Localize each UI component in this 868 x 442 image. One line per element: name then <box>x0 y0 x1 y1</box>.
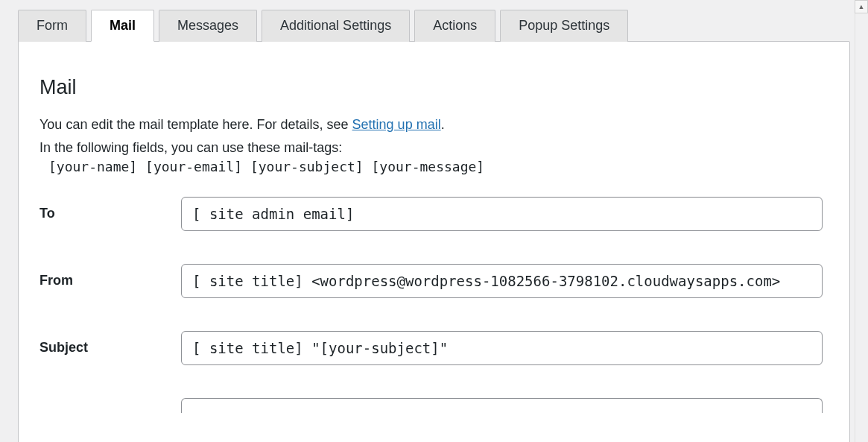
input-next-partial[interactable] <box>181 398 823 413</box>
scrollbar-track[interactable] <box>855 0 868 442</box>
intro-text: You can edit the mail template here. For… <box>39 114 823 136</box>
mail-tags: [your-name] [your-email] [your-subject] … <box>48 159 823 174</box>
row-from: From <box>38 264 823 298</box>
intro-suffix: . <box>441 117 445 132</box>
intro-prefix: You can edit the mail template here. For… <box>39 117 352 132</box>
mail-panel: Mail You can edit the mail template here… <box>18 41 850 442</box>
setting-up-mail-link[interactable]: Setting up mail <box>352 117 441 132</box>
label-to: To <box>38 206 181 221</box>
row-subject: Subject <box>38 331 823 365</box>
label-subject: Subject <box>38 340 181 356</box>
content-wrap: Form Mail Messages Additional Settings A… <box>0 9 868 442</box>
row-to: To <box>38 197 823 231</box>
input-subject[interactable] <box>181 331 823 365</box>
tab-additional-settings[interactable]: Additional Settings <box>262 10 410 42</box>
section-title: Mail <box>39 76 823 99</box>
tab-actions[interactable]: Actions <box>414 10 495 42</box>
tab-form[interactable]: Form <box>18 10 86 42</box>
tab-popup-settings[interactable]: Popup Settings <box>500 10 628 42</box>
row-next-partial <box>38 398 823 413</box>
tab-messages[interactable]: Messages <box>159 10 257 42</box>
tab-mail[interactable]: Mail <box>91 10 154 42</box>
input-from[interactable] <box>181 264 823 298</box>
tab-row: Form Mail Messages Additional Settings A… <box>18 9 861 41</box>
label-from: From <box>38 273 181 288</box>
input-to[interactable] <box>181 197 823 231</box>
intro-text-2: In the following fields, you can use the… <box>39 140 823 156</box>
